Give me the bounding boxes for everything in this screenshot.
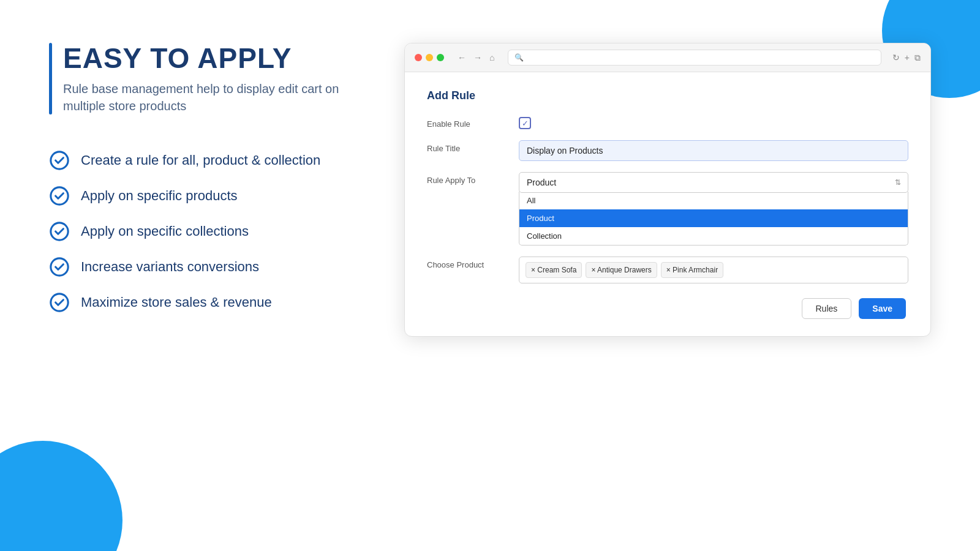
rule-apply-value: Product: [527, 178, 556, 187]
checkbox-checkmark: ✓: [522, 119, 529, 128]
check-circle-icon: [49, 186, 70, 206]
heading-block: EASY TO APPLY Rule base management help …: [49, 43, 368, 114]
dot-green[interactable]: [437, 54, 444, 61]
choose-product-field: × Cream Sofa× Antique Drawers× Pink Armc…: [519, 257, 908, 283]
choose-product-label: Choose Product: [427, 257, 507, 269]
add-tab-icon[interactable]: +: [905, 53, 910, 63]
rule-apply-row: Rule Apply To Product ⇅ All Product Coll…: [427, 172, 908, 246]
dropdown-option-all[interactable]: All: [519, 192, 908, 209]
subtitle: Rule base management help to display edi…: [63, 80, 368, 114]
feature-list: Create a rule for all, product & collect…: [49, 150, 368, 313]
enable-rule-field: ✓: [519, 116, 908, 129]
rule-title-input[interactable]: [519, 140, 908, 161]
feature-item-2: Apply on specific products: [49, 186, 368, 206]
nav-forward-btn[interactable]: →: [471, 51, 484, 64]
dot-red[interactable]: [415, 54, 422, 61]
rule-title-row: Rule Title: [427, 140, 908, 161]
check-circle-icon: [49, 150, 70, 171]
main-title: EASY TO APPLY: [63, 43, 368, 74]
check-circle-icon: [49, 221, 70, 242]
save-button[interactable]: Save: [859, 298, 906, 319]
rule-apply-select[interactable]: Product: [519, 172, 908, 193]
browser-search-bar[interactable]: 🔍: [508, 50, 881, 66]
rule-title-field: [519, 140, 908, 161]
nav-home-btn[interactable]: ⌂: [487, 51, 497, 64]
form-title: Add Rule: [427, 89, 908, 102]
feature-text: Maximize store sales & revenue: [81, 294, 272, 310]
heading-border: [49, 43, 52, 114]
dropdown-options: All Product Collection: [519, 192, 908, 246]
feature-item-5: Maximize store sales & revenue: [49, 292, 368, 313]
check-circle-icon: [49, 292, 70, 313]
tag-label: × Antique Drawers: [591, 266, 651, 274]
dot-yellow[interactable]: [426, 54, 433, 61]
tag-label: × Cream Sofa: [531, 266, 576, 274]
dropdown-option-product[interactable]: Product: [519, 209, 908, 227]
feature-item-1: Create a rule for all, product & collect…: [49, 150, 368, 171]
browser-dots: [415, 54, 444, 61]
rule-apply-field: Product ⇅ All Product Collection: [519, 172, 908, 246]
tag-label: × Pink Armchair: [666, 266, 718, 274]
search-icon: 🔍: [514, 53, 524, 62]
form-container: Add Rule Enable Rule ✓ Rule Title: [405, 72, 930, 336]
rule-apply-label: Rule Apply To: [427, 172, 507, 185]
refresh-icon[interactable]: ↻: [892, 53, 900, 63]
product-tag[interactable]: × Pink Armchair: [661, 262, 723, 278]
enable-rule-checkbox[interactable]: ✓: [519, 117, 531, 129]
browser-toolbar: ← → ⌂ 🔍 ↻ + ⧉: [405, 43, 930, 72]
feature-text: Apply on specific products: [81, 188, 238, 204]
product-tag[interactable]: × Cream Sofa: [526, 262, 582, 278]
browser-actions: ↻ + ⧉: [892, 53, 921, 63]
enable-rule-label: Enable Rule: [427, 116, 507, 129]
product-tag[interactable]: × Antique Drawers: [586, 262, 657, 278]
dropdown-option-collection[interactable]: Collection: [519, 227, 908, 245]
browser-nav: ← → ⌂: [455, 51, 497, 64]
rules-button[interactable]: Rules: [802, 298, 852, 319]
heading-text: EASY TO APPLY Rule base management help …: [63, 43, 368, 114]
tags-container[interactable]: × Cream Sofa× Antique Drawers× Pink Armc…: [519, 257, 908, 283]
browser-window: ← → ⌂ 🔍 ↻ + ⧉ Add Rule Enable Rule: [404, 43, 931, 337]
feature-item-3: Apply on specific collections: [49, 221, 368, 242]
rule-title-label: Rule Title: [427, 140, 507, 153]
right-panel: ← → ⌂ 🔍 ↻ + ⧉ Add Rule Enable Rule: [404, 37, 931, 527]
nav-back-btn[interactable]: ←: [455, 51, 469, 64]
feature-text: Apply on specific collections: [81, 223, 249, 239]
left-panel: EASY TO APPLY Rule base management help …: [49, 37, 368, 527]
choose-product-row: Choose Product × Cream Sofa× Antique Dra…: [427, 257, 908, 283]
enable-rule-row: Enable Rule ✓: [427, 116, 908, 129]
form-footer: Rules Save: [427, 298, 908, 319]
check-circle-icon: [49, 257, 70, 277]
feature-item-4: Increase variants conversions: [49, 257, 368, 277]
share-icon[interactable]: ⧉: [914, 53, 921, 63]
feature-text: Increase variants conversions: [81, 259, 259, 275]
rule-apply-select-wrapper: Product ⇅: [519, 172, 908, 193]
feature-text: Create a rule for all, product & collect…: [81, 152, 320, 168]
